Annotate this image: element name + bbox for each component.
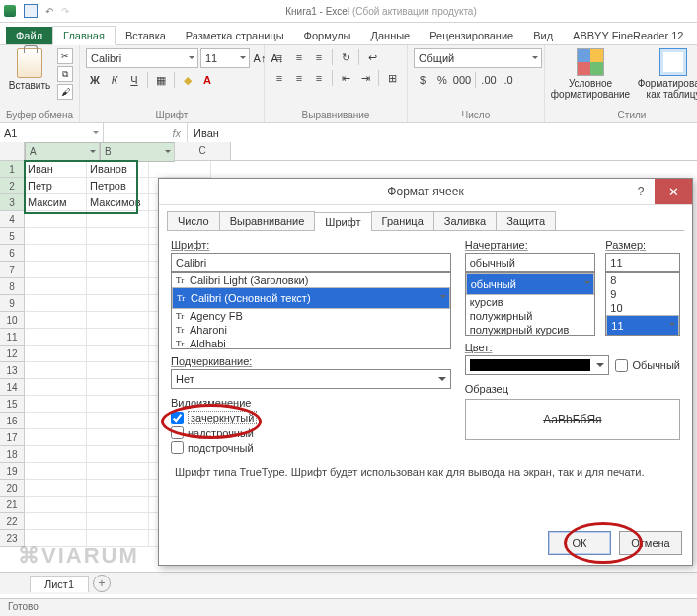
cell[interactable] (25, 362, 87, 379)
list-item[interactable]: курсив (466, 295, 595, 309)
cell[interactable] (25, 346, 87, 362)
row-header[interactable]: 12 (0, 346, 25, 362)
row-header[interactable]: 20 (0, 480, 25, 497)
cell[interactable] (87, 379, 149, 396)
tab-data[interactable]: Данные (360, 27, 420, 44)
cell[interactable] (87, 346, 149, 362)
cell[interactable] (25, 295, 87, 312)
list-item[interactable]: TrAgency FB (172, 309, 450, 323)
cell[interactable] (149, 161, 211, 178)
cell[interactable] (25, 228, 87, 245)
tab-layout[interactable]: Разметка страницы (176, 27, 294, 44)
list-item[interactable]: 11 (606, 315, 679, 336)
list-item[interactable]: 8 (606, 273, 679, 287)
tab-formulas[interactable]: Формулы (294, 27, 361, 44)
color-select[interactable] (465, 355, 610, 375)
align-top-icon[interactable]: ≡ (271, 48, 288, 66)
cell[interactable]: Иван (25, 161, 87, 178)
row-header[interactable]: 8 (0, 278, 25, 295)
size-list[interactable]: 8910111214 (605, 272, 680, 336)
close-button[interactable]: ✕ (655, 179, 692, 204)
indent-dec-icon[interactable]: ⇤ (337, 69, 354, 87)
tab-alignment[interactable]: Выравнивание (219, 211, 316, 230)
underline-button[interactable]: Ч (125, 71, 143, 89)
cell[interactable] (87, 245, 149, 262)
wrap-text-icon[interactable]: ↩ (363, 48, 381, 66)
border-button[interactable]: ▦ (152, 71, 170, 89)
cell[interactable]: Максимов (87, 194, 149, 211)
indent-inc-icon[interactable]: ⇥ (356, 69, 374, 87)
cell[interactable] (25, 429, 87, 446)
conditional-format-button[interactable]: Условное форматирование (551, 48, 630, 100)
comma-icon[interactable]: 000 (453, 71, 471, 89)
size-input[interactable]: 11 (605, 253, 680, 272)
font-name-input[interactable]: Calibri (171, 253, 451, 272)
cell[interactable] (25, 379, 87, 396)
inc-decimal-icon[interactable]: .00 (480, 71, 498, 89)
cancel-button[interactable]: Отмена (619, 531, 682, 555)
font-list[interactable]: TrCalibri Light (Заголовки)TrCalibri (Ос… (171, 272, 451, 349)
normal-font-checkbox[interactable]: Обычный (615, 359, 680, 372)
number-format-select[interactable]: Общий (414, 48, 542, 68)
redo-icon[interactable]: ↷ (61, 6, 69, 17)
row-header[interactable]: 15 (0, 396, 25, 413)
format-as-table-button[interactable]: Форматировать как таблицу (634, 48, 697, 100)
cell[interactable] (25, 312, 87, 329)
cell[interactable] (25, 262, 87, 278)
cell[interactable] (25, 329, 87, 346)
cell[interactable] (87, 413, 149, 429)
row-header[interactable]: 10 (0, 312, 25, 329)
ok-button[interactable]: ОК (548, 531, 611, 555)
tab-fill[interactable]: Заливка (433, 211, 497, 230)
list-item[interactable]: TrAharoni (172, 323, 450, 337)
cell[interactable]: Максим (25, 194, 87, 211)
select-all-corner[interactable] (0, 142, 25, 160)
strikethrough-checkbox[interactable]: зачеркнутый (171, 411, 451, 424)
paste-button[interactable]: Вставить (6, 48, 53, 91)
row-header[interactable]: 7 (0, 262, 25, 278)
list-item[interactable]: TrAldhabi (172, 337, 450, 349)
cell[interactable] (87, 429, 149, 446)
tab-font[interactable]: Шрифт (314, 212, 371, 231)
undo-icon[interactable]: ↶ (45, 6, 53, 17)
row-header[interactable]: 1 (0, 161, 25, 178)
cell[interactable] (87, 446, 149, 463)
fx-icon[interactable]: fx (104, 123, 188, 143)
cell[interactable] (87, 228, 149, 245)
row-header[interactable]: 2 (0, 178, 25, 194)
col-header[interactable]: B (100, 142, 175, 162)
font-color-button[interactable]: А (198, 71, 216, 89)
dec-decimal-icon[interactable]: .0 (500, 71, 517, 89)
font-name-select[interactable]: Calibri (86, 48, 198, 68)
cell[interactable] (87, 278, 149, 295)
tab-border[interactable]: Граница (371, 211, 434, 230)
cell[interactable]: Петр (25, 178, 87, 194)
fill-color-button[interactable]: ◆ (179, 71, 196, 89)
row-header[interactable]: 11 (0, 329, 25, 346)
row-header[interactable]: 19 (0, 463, 25, 480)
align-right-icon[interactable]: ≡ (310, 69, 328, 87)
copy-icon[interactable]: ⧉ (57, 66, 73, 82)
currency-icon[interactable]: $ (414, 71, 431, 89)
row-header[interactable]: 6 (0, 245, 25, 262)
orientation-icon[interactable]: ↻ (337, 48, 354, 66)
col-header[interactable]: A (25, 142, 100, 162)
list-item[interactable]: 10 (606, 301, 679, 315)
italic-button[interactable]: К (106, 71, 123, 89)
cell[interactable] (25, 396, 87, 413)
list-item[interactable]: полужирный (466, 309, 595, 323)
list-item[interactable]: обычный (466, 273, 595, 295)
cell[interactable] (87, 480, 149, 497)
tab-home[interactable]: Главная (52, 26, 116, 45)
align-center-icon[interactable]: ≡ (290, 69, 308, 87)
align-mid-icon[interactable]: ≡ (290, 48, 308, 66)
merge-icon[interactable]: ⊞ (383, 69, 401, 87)
style-list[interactable]: обычныйкурсивполужирныйполужирный курсив (465, 272, 596, 336)
row-header[interactable]: 21 (0, 497, 25, 513)
cell[interactable] (25, 245, 87, 262)
cell[interactable] (25, 480, 87, 497)
underline-select[interactable]: Нет (171, 369, 451, 389)
save-icon[interactable] (24, 4, 38, 18)
row-header[interactable]: 4 (0, 211, 25, 228)
cell[interactable] (87, 312, 149, 329)
